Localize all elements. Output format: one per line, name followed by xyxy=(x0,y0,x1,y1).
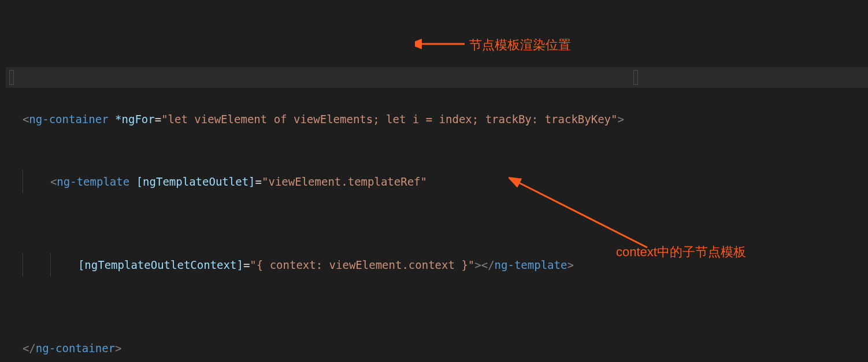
selection-caret-box xyxy=(9,70,14,85)
angle-open: < xyxy=(23,113,29,125)
angle-close: > xyxy=(617,113,624,125)
code-editor[interactable]: <ng-container *ngFor="let viewElement of… xyxy=(0,0,868,362)
attr-value: "{ context: viewElement.context }" xyxy=(250,258,474,271)
close-tag: ng-container xyxy=(36,342,115,354)
attr-value: "viewElement.templateRef" xyxy=(262,175,427,188)
attr-name: *ngFor xyxy=(115,113,155,125)
tag-name: ng-container xyxy=(29,113,108,125)
code-line[interactable]: </ng-container> xyxy=(6,317,868,338)
attr-name: [ngTemplateOutletContext] xyxy=(78,258,243,271)
code-line[interactable]: <ng-container *ngFor="let viewElement of… xyxy=(6,67,868,88)
selection-caret-box xyxy=(633,70,638,85)
close-tag: ng-template xyxy=(495,258,567,271)
tag-name: ng-template xyxy=(57,175,129,188)
code-line[interactable]: [ngTemplateOutletContext]="{ context: vi… xyxy=(6,234,868,254)
attr-value: "let viewElement of viewElements; let i … xyxy=(161,113,617,125)
code-line[interactable]: <ng-template [ngTemplateOutlet]="viewEle… xyxy=(6,150,868,171)
attr-name: [ngTemplateOutlet] xyxy=(136,175,255,188)
